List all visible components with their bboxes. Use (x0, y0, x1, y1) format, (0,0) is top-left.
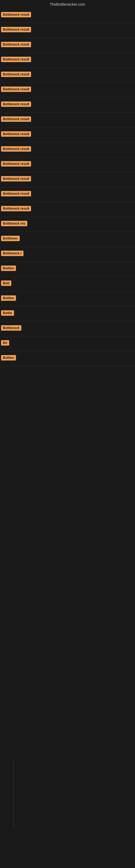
bottleneck-result-label[interactable]: Bottlenec (1, 236, 20, 241)
bottleneck-result-label[interactable]: Bottleneck result (1, 87, 31, 92)
list-item: Bottlen (0, 262, 135, 277)
list-item: Bottleneck result (0, 38, 135, 53)
list-item: Bottleneck result (0, 113, 135, 127)
list-item: Bottle (0, 307, 135, 321)
bottleneck-result-label[interactable]: Bottleneck result (1, 72, 31, 77)
bottleneck-result-label[interactable]: Bo (1, 340, 9, 346)
bottleneck-result-label[interactable]: Bottleneck result (1, 146, 31, 152)
bottleneck-result-label[interactable]: Bottlen (1, 266, 16, 271)
list-item: Bottleneck result (0, 157, 135, 172)
list-item: Bottleneck result (0, 202, 135, 217)
bottleneck-result-label[interactable]: Bottle (1, 310, 14, 316)
bottleneck-result-label[interactable]: Bottleneck result (1, 116, 31, 122)
bottleneck-result-label[interactable]: Bottleneck r (1, 251, 24, 256)
list-item: Bottleneck res (0, 217, 135, 232)
list-item: Bottleneck result (0, 23, 135, 38)
list-item: Bottlen (0, 351, 135, 366)
list-item: Bott (0, 277, 135, 291)
list-item: Bo (0, 336, 135, 351)
bottleneck-result-label[interactable]: Bottleneck result (1, 42, 31, 47)
bottleneck-result-label[interactable]: Bottleneck result (1, 101, 31, 107)
cursor-line (13, 760, 14, 827)
bottleneck-result-label[interactable]: Bott (1, 280, 11, 286)
bottleneck-result-label[interactable]: Bottleneck result (1, 27, 31, 32)
list-item: Bottleneck result (0, 143, 135, 157)
list-item: Bottleneck result (0, 187, 135, 202)
bottleneck-result-label[interactable]: Bottleneck result (1, 176, 31, 182)
list-item: Bottleneck result (0, 98, 135, 113)
list-item: Bottleneck r (0, 247, 135, 262)
site-title: TheBottlenecker.com (0, 0, 135, 8)
bottleneck-result-label[interactable]: Bottleneck res (1, 221, 27, 226)
bottleneck-result-label[interactable]: Bottleneck (1, 325, 21, 331)
bottleneck-result-label[interactable]: Bottleneck result (1, 161, 31, 166)
list-item: Bottlen (0, 291, 135, 307)
list-item: Bottlenec (0, 232, 135, 247)
bottleneck-result-label[interactable]: Bottlen (1, 355, 16, 361)
bottleneck-result-label[interactable]: Bottleneck result (1, 57, 31, 62)
list-item: Bottleneck result (0, 53, 135, 68)
list-item: Bottleneck result (0, 83, 135, 98)
bottleneck-result-label[interactable]: Bottleneck result (1, 12, 31, 18)
list-item: Bottleneck (0, 321, 135, 336)
bottleneck-result-label[interactable]: Bottlen (1, 296, 16, 301)
list-item: Bottleneck result (0, 127, 135, 143)
bottleneck-result-label[interactable]: Bottleneck result (1, 206, 31, 211)
list-item: Bottleneck result (0, 68, 135, 83)
bottleneck-result-label[interactable]: Bottleneck result (1, 131, 31, 137)
list-item: Bottleneck result (0, 8, 135, 23)
bottleneck-result-label[interactable]: Bottleneck result (1, 191, 31, 196)
list-item: Bottleneck result (0, 172, 135, 187)
